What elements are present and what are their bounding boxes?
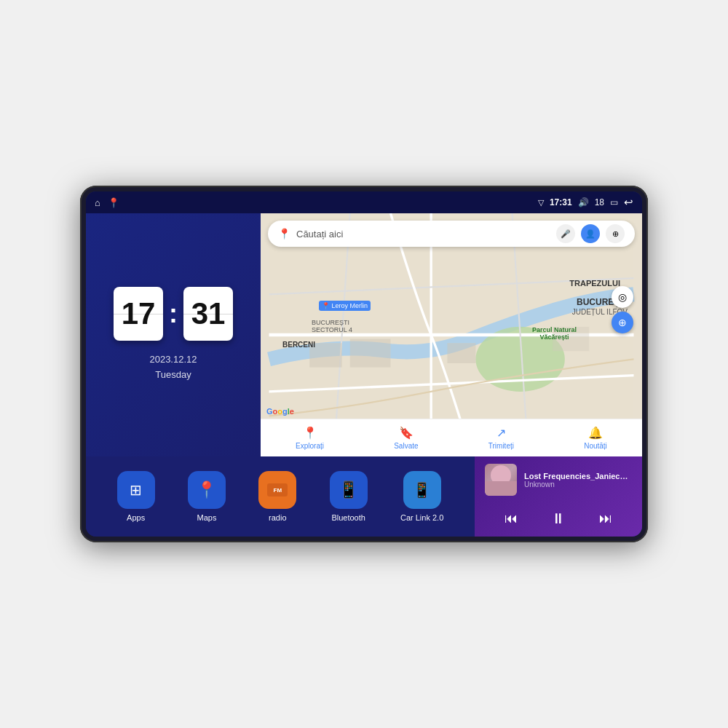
svg-rect-9: [350, 339, 391, 368]
map-nav-news[interactable]: 🔔 Noutăți: [584, 426, 607, 450]
app-item-carlink[interactable]: 📱 Car Link 2.0: [400, 471, 443, 522]
bluetooth-label: Bluetooth: [331, 513, 365, 522]
map-label-sector: BUCUREȘTISECTORUL 4: [312, 319, 352, 333]
music-title: Lost Frequencies_Janieck Devy-...: [524, 472, 632, 480]
map-location-btn[interactable]: ◎: [612, 286, 633, 308]
radio-label: radio: [269, 513, 286, 522]
maps-label: Maps: [197, 513, 217, 522]
music-player: Lost Frequencies_Janieck Devy-... Unknow…: [475, 456, 642, 537]
main-content: 17 : 31 2023.12.12 Tuesday: [86, 213, 642, 537]
play-pause-button[interactable]: ⏸: [551, 510, 566, 527]
music-artist: Unknown: [524, 480, 632, 488]
status-bar: ⌂ 📍 ▽ 17:31 🔊 18 ▭ ↩: [86, 191, 642, 213]
avatar-button[interactable]: 👤: [581, 224, 600, 243]
map-label-berceni: BERCENI: [282, 341, 315, 349]
carlink-label: Car Link 2.0: [400, 513, 443, 522]
map-label-park: Parcul NaturalVăcărești: [532, 326, 577, 341]
album-art: [485, 464, 517, 496]
app-item-maps[interactable]: 📍 Maps: [188, 471, 226, 522]
send-icon: ↗: [496, 426, 506, 440]
map-pin-icon: 📍: [278, 228, 290, 240]
prev-button[interactable]: ⏮: [499, 508, 523, 529]
apps-label: Apps: [127, 513, 145, 522]
flip-clock: 17 : 31: [114, 287, 233, 341]
home-icon[interactable]: ⌂: [95, 197, 100, 208]
device-screen: ⌂ 📍 ▽ 17:31 🔊 18 ▭ ↩ 17 :: [86, 191, 642, 537]
music-info-row: Lost Frequencies_Janieck Devy-... Unknow…: [485, 464, 632, 496]
app-item-apps[interactable]: ⊞ Apps: [117, 471, 155, 522]
map-search-text[interactable]: Căutați aici: [296, 229, 550, 240]
next-button[interactable]: ⏭: [593, 508, 618, 529]
music-thumbnail: [485, 464, 517, 496]
maps-app-icon: 📍: [188, 471, 226, 509]
layers-button[interactable]: ⊕: [606, 224, 625, 243]
clock-minute: 31: [183, 287, 233, 341]
music-text: Lost Frequencies_Janieck Devy-... Unknow…: [524, 472, 632, 488]
back-icon[interactable]: ↩: [624, 196, 633, 209]
volume-icon: 🔊: [578, 197, 589, 207]
top-section: 17 : 31 2023.12.12 Tuesday: [86, 213, 642, 456]
music-controls: ⏮ ⏸ ⏭: [485, 508, 632, 529]
google-logo: Google: [266, 407, 294, 416]
map-nav-send[interactable]: ↗ Trimiteți: [488, 426, 514, 450]
time-display: 17:31: [550, 197, 572, 207]
clock-date: 2023.12.12 Tuesday: [149, 352, 197, 383]
bottom-section: ⊞ Apps 📍 Maps FM: [86, 456, 642, 537]
clock-date-text: 2023.12.12: [149, 352, 197, 368]
clock-panel: 17 : 31 2023.12.12 Tuesday: [86, 213, 261, 456]
clock-colon: :: [169, 298, 178, 329]
explore-icon: 📍: [303, 426, 317, 440]
map-pin-leroy: 📍 Leroy Merlin: [319, 301, 371, 311]
map-bottom-bar: 📍 Explorați 🔖 Salvate ↗ Trimiteți 🔔: [261, 419, 642, 456]
map-nav-explore[interactable]: 📍 Explorați: [296, 426, 324, 450]
signal-icon: ▽: [538, 198, 544, 207]
map-search-actions: 🎤 👤 ⊕: [556, 224, 625, 243]
maps-icon[interactable]: 📍: [108, 197, 119, 208]
radio-icon: FM: [258, 471, 296, 509]
apps-icon: ⊞: [117, 471, 155, 509]
app-item-radio[interactable]: FM radio: [258, 471, 296, 522]
apps-area: ⊞ Apps 📍 Maps FM: [86, 456, 475, 537]
news-icon: 🔔: [588, 426, 603, 440]
device-frame: ⌂ 📍 ▽ 17:31 🔊 18 ▭ ↩ 17 :: [80, 186, 648, 542]
svg-rect-10: [447, 343, 475, 363]
map-nav-saved[interactable]: 🔖 Salvate: [394, 426, 418, 450]
status-right-icons: ▽ 17:31 🔊 18 ▭ ↩: [538, 196, 633, 209]
map-panel[interactable]: 📍 Căutați aici 🎤 👤 ⊕ TRAPEZULUI BUCUREȘT…: [261, 213, 642, 456]
status-left-icons: ⌂ 📍: [95, 197, 119, 208]
bluetooth-icon: 📱: [330, 471, 368, 509]
saved-icon: 🔖: [399, 426, 414, 440]
clock-day-text: Tuesday: [149, 368, 197, 383]
voice-search-button[interactable]: 🎤: [556, 224, 575, 243]
battery-icon: ▭: [610, 197, 618, 207]
app-item-bluetooth[interactable]: 📱 Bluetooth: [330, 471, 368, 522]
carlink-icon: 📱: [403, 471, 441, 509]
volume-level: 18: [595, 197, 604, 207]
map-search-bar[interactable]: 📍 Căutați aici 🎤 👤 ⊕: [268, 221, 635, 247]
map-compass-btn[interactable]: ⊕: [612, 312, 633, 333]
clock-hour: 17: [114, 287, 163, 341]
